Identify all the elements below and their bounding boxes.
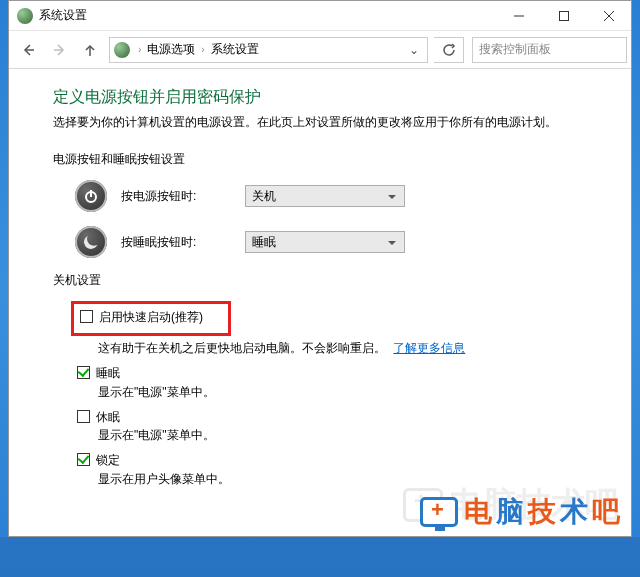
fast-startup-row: 启用快速启动(推荐) (80, 309, 222, 326)
forward-button[interactable] (45, 35, 75, 65)
settings-window: 系统设置 › 电源选项 › 系统设置 (8, 0, 632, 537)
close-button[interactable] (586, 1, 631, 31)
window-title: 系统设置 (39, 7, 496, 24)
taskbar (0, 537, 640, 577)
shutdown-section: 关机设置 启用快速启动(推荐) 这有助于在关机之后更快地启动电脑。不会影响重启。… (53, 272, 603, 488)
sleep-button-label: 按睡眠按钮时: (121, 234, 231, 251)
breadcrumb-item[interactable]: 系统设置 (209, 41, 261, 58)
titlebar: 系统设置 (9, 1, 631, 31)
up-button[interactable] (77, 35, 103, 65)
breadcrumb-item[interactable]: 电源选项 (145, 41, 197, 58)
option-lock-row: 锁定 (77, 452, 603, 469)
power-button-row: 按电源按钮时: 关机 (75, 180, 603, 212)
option-hibernate-row: 休眠 (77, 409, 603, 426)
fast-startup-desc: 这有助于在关机之后更快地启动电脑。不会影响重启。 了解更多信息 (98, 340, 603, 357)
learn-more-link[interactable]: 了解更多信息 (393, 341, 465, 355)
window-controls (496, 1, 631, 31)
sleep-button-row: 按睡眠按钮时: 睡眠 (75, 226, 603, 258)
option-sleep-row: 睡眠 (77, 365, 603, 382)
fast-startup-label: 启用快速启动(推荐) (99, 309, 203, 326)
hibernate-checkbox[interactable] (77, 410, 90, 423)
power-icon (75, 180, 107, 212)
power-button-select[interactable]: 关机 (245, 185, 405, 207)
section-header-shutdown: 关机设置 (53, 272, 603, 289)
page-description: 选择要为你的计算机设置的电源设置。在此页上对设置所做的更改将应用于你所有的电源计… (53, 114, 603, 131)
toolbar: › 电源选项 › 系统设置 ⌄ 搜索控制面板 (9, 31, 631, 69)
search-input[interactable]: 搜索控制面板 (472, 37, 627, 63)
app-icon (17, 8, 33, 24)
moon-icon (75, 226, 107, 258)
svg-rect-1 (559, 11, 568, 20)
search-placeholder: 搜索控制面板 (479, 41, 551, 58)
address-bar[interactable]: › 电源选项 › 系统设置 ⌄ (109, 37, 428, 63)
monitor-icon (420, 497, 458, 527)
lock-checkbox[interactable] (77, 453, 90, 466)
sleep-desc: 显示在"电源"菜单中。 (98, 384, 603, 401)
refresh-button[interactable] (434, 37, 464, 63)
sleep-button-select[interactable]: 睡眠 (245, 231, 405, 253)
hibernate-desc: 显示在"电源"菜单中。 (98, 427, 603, 444)
highlight-box: 启用快速启动(推荐) (71, 301, 231, 336)
address-icon (114, 42, 130, 58)
section-header-buttons: 电源按钮和睡眠按钮设置 (53, 151, 603, 168)
back-button[interactable] (13, 35, 43, 65)
chevron-right-icon: › (197, 44, 208, 55)
chevron-right-icon: › (134, 44, 145, 55)
fast-startup-checkbox[interactable] (80, 310, 93, 323)
maximize-button[interactable] (541, 1, 586, 31)
minimize-button[interactable] (496, 1, 541, 31)
sleep-checkbox[interactable] (77, 366, 90, 379)
lock-label: 锁定 (96, 452, 120, 469)
brand-overlay: 电 脑 技 术 吧 (420, 493, 620, 531)
power-button-label: 按电源按钮时: (121, 188, 231, 205)
hibernate-label: 休眠 (96, 409, 120, 426)
sleep-label: 睡眠 (96, 365, 120, 382)
page-title: 定义电源按钮并启用密码保护 (53, 87, 603, 108)
content-area: 定义电源按钮并启用密码保护 选择要为你的计算机设置的电源设置。在此页上对设置所做… (9, 69, 631, 536)
address-dropdown-icon[interactable]: ⌄ (405, 43, 423, 57)
